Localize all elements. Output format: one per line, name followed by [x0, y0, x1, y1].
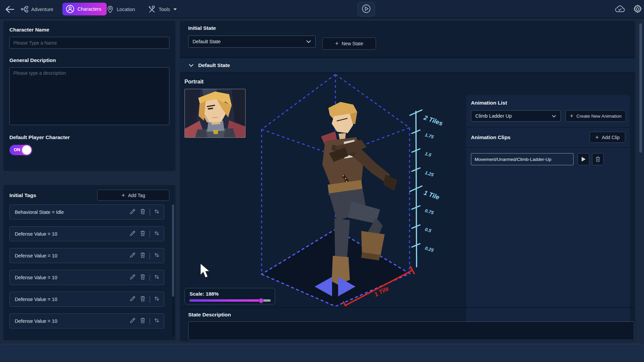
clip-name-field[interactable]: Movement/Unarmed/Climb-Ladder-Up [471, 153, 574, 165]
chevron-down-icon [173, 8, 177, 11]
back-arrow-icon [5, 5, 15, 14]
page-scrollbar-thumb[interactable] [639, 23, 642, 153]
mouse-cursor [200, 263, 211, 280]
add-tag-button[interactable]: + Add Tag [97, 190, 169, 201]
initial-tags-panel: Initial Tags + Add Tag Behavioral State … [3, 185, 175, 340]
tag-label: Defense Value = 10 [15, 275, 129, 280]
edit-pencil-icon[interactable] [129, 252, 136, 260]
delete-trash-icon[interactable] [140, 274, 146, 282]
plus-icon: + [335, 41, 339, 47]
nav-label-adventure: Adventure [31, 7, 53, 12]
initial-state-select[interactable]: Default State [188, 36, 316, 48]
nav-item-characters-active[interactable]: Characters [62, 3, 107, 15]
icon-divider [150, 252, 150, 259]
tag-row[interactable]: Defense Value = 10 [9, 292, 164, 307]
icon-divider [150, 318, 150, 324]
add-clip-label: Add Clip [602, 135, 620, 140]
tag-label: Defense Value = 10 [15, 318, 129, 324]
top-navbar: Adventure Characters Location Tools [0, 0, 644, 18]
settings-gear-icon[interactable] [633, 4, 643, 15]
scale-slider-fill [190, 299, 261, 302]
delete-trash-icon[interactable] [140, 317, 146, 325]
page-scrollbar[interactable] [639, 21, 642, 359]
character-info-panel: Character Name General Decription Defaul… [3, 21, 175, 171]
default-state-header[interactable]: Default State [180, 58, 635, 73]
location-pin-icon [107, 5, 114, 13]
tag-row[interactable]: Defense Value = 10 [9, 248, 164, 263]
reorder-updown-icon[interactable] [154, 230, 160, 238]
tag-row[interactable]: Defense Value = 10 [9, 270, 164, 285]
tags-scrollbar-thumb[interactable] [172, 204, 174, 297]
create-new-animation-button[interactable]: + Create New Animation [566, 110, 626, 122]
state-editor-panel: Initial State Default State + New State … [180, 21, 635, 341]
animation-list-label: Animation List [471, 100, 625, 106]
tag-row[interactable]: Defense Value = 10 [9, 226, 164, 241]
character-portrait[interactable] [184, 89, 246, 138]
section-divider [466, 147, 630, 148]
reorder-updown-icon[interactable] [154, 208, 160, 216]
plus-icon: + [570, 113, 574, 119]
reorder-updown-icon[interactable] [154, 295, 160, 303]
scale-control: Scale: 188% [184, 288, 275, 304]
clip-play-button[interactable] [578, 153, 589, 165]
back-button[interactable] [5, 0, 15, 18]
tags-scrollbar[interactable] [172, 204, 174, 335]
bottom-panel-edge [0, 344, 644, 362]
edit-pencil-icon[interactable] [129, 230, 136, 238]
state-description-input[interactable] [188, 321, 634, 340]
icon-divider [150, 296, 150, 303]
tag-row[interactable]: Defense Value = 10 [9, 313, 164, 328]
character-name-input[interactable] [9, 37, 169, 49]
delete-trash-icon[interactable] [140, 295, 146, 303]
state-content-area: 1 Tile 2 Tiles 1.75 1.5 [180, 74, 635, 306]
tag-label: Defense Value = 10 [15, 231, 129, 237]
state-description-label: State Description [188, 312, 627, 318]
initial-state-section: Initial State Default State + New State [180, 21, 635, 58]
scale-slider-thumb[interactable] [259, 298, 264, 303]
tag-label: Defense Value = 10 [15, 297, 129, 302]
play-test-button[interactable] [358, 2, 375, 16]
section-divider [466, 127, 630, 128]
chevron-down-icon [551, 113, 556, 119]
delete-trash-icon[interactable] [140, 208, 146, 216]
play-circle-icon [362, 4, 371, 15]
tools-icon [148, 6, 156, 13]
nav-item-adventure[interactable]: Adventure [21, 0, 53, 18]
scale-slider[interactable] [190, 299, 271, 302]
animation-panel: Animation List Climb Ladder Up + Create … [466, 95, 630, 324]
tag-row[interactable]: Behavioral State = Idle [9, 204, 164, 220]
edit-pencil-icon[interactable] [129, 317, 136, 325]
edit-pencil-icon[interactable] [129, 295, 136, 303]
adventure-flow-icon [21, 6, 28, 12]
initial-tags-title: Initial Tags [9, 192, 36, 198]
reorder-updown-icon[interactable] [154, 274, 160, 282]
default-state-title: Default State [198, 62, 230, 68]
reorder-updown-icon[interactable] [154, 317, 160, 325]
nav-item-tools[interactable]: Tools [148, 0, 177, 18]
character-editor-app: Adventure Characters Location Tools [0, 0, 644, 362]
tags-list: Behavioral State = Idle Defense Value = … [9, 204, 164, 336]
ruler-label-0-25: 0.25 [424, 246, 434, 253]
edit-pencil-icon[interactable] [129, 208, 136, 216]
cloud-sync-icon[interactable] [614, 5, 625, 15]
new-state-label: New State [341, 41, 363, 46]
general-description-label: General Decription [9, 57, 169, 63]
ruler-label-0-75: 0.75 [424, 208, 434, 216]
default-player-toggle[interactable]: ON [9, 145, 32, 155]
delete-trash-icon[interactable] [140, 230, 146, 238]
new-state-button[interactable]: + New State [322, 38, 376, 50]
edit-pencil-icon[interactable] [129, 274, 136, 282]
delete-trash-icon[interactable] [140, 252, 146, 260]
clip-delete-button[interactable] [592, 153, 604, 165]
ruler-label-1-75: 1.75 [424, 132, 434, 140]
icon-divider [150, 231, 150, 237]
animation-select[interactable]: Climb Ladder Up [471, 110, 561, 122]
general-description-input[interactable] [9, 67, 169, 125]
character-name-label: Character Name [9, 27, 169, 33]
reorder-updown-icon[interactable] [154, 252, 160, 260]
collapse-chevron-icon[interactable] [189, 62, 194, 68]
ruler-label-1-tile: 1 Tile [423, 189, 441, 201]
animation-clip-row: Movement/Unarmed/Climb-Ladder-Up [471, 153, 625, 165]
nav-item-location[interactable]: Location [107, 0, 135, 18]
add-clip-button[interactable]: + Add Clip [590, 132, 625, 143]
